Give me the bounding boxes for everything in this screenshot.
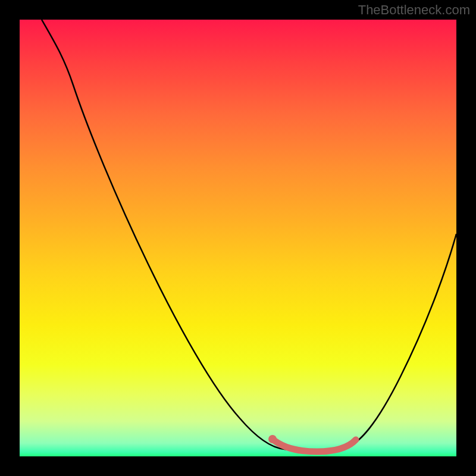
watermark-text: TheBottleneck.com [358, 2, 470, 18]
chart-plot-area [20, 20, 456, 456]
optimal-zone-start-dot [268, 435, 277, 443]
chart-svg [20, 20, 456, 456]
bottleneck-curve-path [42, 20, 456, 451]
optimal-zone-highlight-path [273, 439, 356, 452]
